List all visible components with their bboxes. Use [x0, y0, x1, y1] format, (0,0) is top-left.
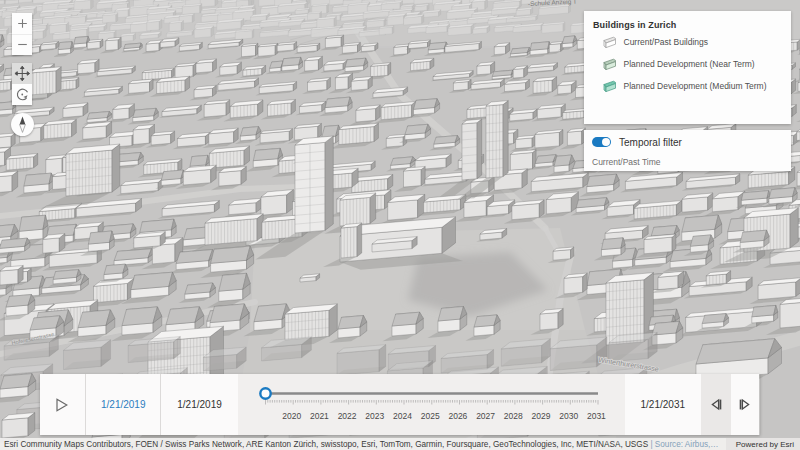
svg-text:2029: 2029	[531, 411, 550, 421]
svg-text:2025: 2025	[421, 411, 440, 421]
svg-text:2024: 2024	[393, 411, 412, 421]
svg-text:2030: 2030	[559, 411, 578, 421]
svg-text:2023: 2023	[365, 411, 384, 421]
svg-text:2031: 2031	[587, 411, 606, 421]
svg-text:2026: 2026	[448, 411, 467, 421]
svg-text:2020: 2020	[282, 411, 301, 421]
svg-text:2027: 2027	[476, 411, 495, 421]
svg-text:2021: 2021	[310, 411, 329, 421]
svg-text:2028: 2028	[504, 411, 523, 421]
svg-text:2022: 2022	[338, 411, 357, 421]
